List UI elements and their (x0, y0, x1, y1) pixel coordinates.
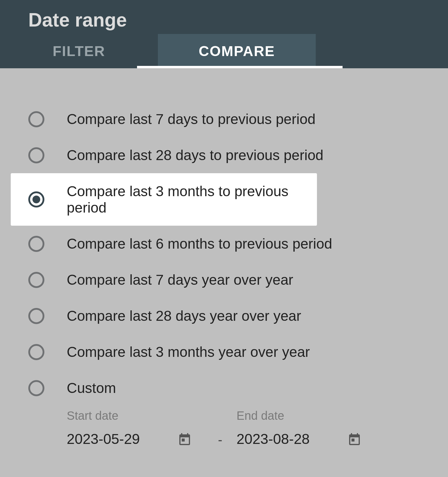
option-label: Compare last 28 days year over year (67, 308, 301, 324)
start-date-value: 2023-05-29 (67, 431, 140, 447)
start-date-field[interactable]: Start date 2023-05-29 (67, 409, 204, 447)
panel-title: Date range (0, 9, 448, 34)
option-label: Compare last 6 months to previous period (67, 236, 332, 252)
radio-icon (28, 308, 44, 324)
option-label: Compare last 28 days to previous period (67, 147, 323, 163)
end-date-value: 2023-08-28 (237, 431, 310, 447)
radio-icon (28, 272, 44, 288)
custom-date-row: Start date 2023-05-29 - End date 2023-08… (0, 406, 448, 447)
start-date-label: Start date (67, 409, 204, 422)
active-tab-underline (137, 66, 343, 68)
option-compare-28-days-yoy[interactable]: Compare last 28 days year over year (0, 298, 448, 334)
calendar-icon[interactable] (178, 432, 192, 446)
end-date-field[interactable]: End date 2023-08-28 (237, 409, 374, 447)
option-label: Compare last 7 days to previous period (67, 111, 315, 127)
radio-icon (28, 344, 44, 360)
radio-icon (28, 236, 44, 252)
radio-dot-icon (32, 196, 40, 203)
option-compare-3-months-previous[interactable]: Compare last 3 months to previous period (11, 173, 317, 226)
option-label: Compare last 7 days year over year (67, 272, 293, 288)
radio-icon (28, 111, 44, 127)
tab-compare-label: COMPARE (199, 43, 275, 59)
option-label: Compare last 3 months to previous period (67, 183, 317, 216)
radio-selected-icon (28, 191, 44, 207)
option-custom[interactable]: Custom (0, 370, 448, 406)
option-label: Compare last 3 months year over year (67, 344, 310, 360)
calendar-icon[interactable] (347, 432, 362, 446)
radio-icon (28, 380, 44, 396)
tab-compare[interactable]: COMPARE (158, 34, 316, 68)
option-compare-3-months-yoy[interactable]: Compare last 3 months year over year (0, 334, 448, 370)
tab-filter[interactable]: FILTER (0, 34, 158, 68)
option-compare-6-months-previous[interactable]: Compare last 6 months to previous period (0, 226, 448, 262)
option-compare-7-days-previous[interactable]: Compare last 7 days to previous period (0, 101, 448, 137)
date-separator: - (204, 409, 237, 447)
tab-bar: FILTER COMPARE (0, 34, 448, 68)
radio-icon (28, 147, 44, 163)
end-date-label: End date (237, 409, 374, 422)
date-range-header: Date range FILTER COMPARE (0, 0, 448, 68)
option-label: Custom (67, 380, 116, 396)
option-compare-28-days-previous[interactable]: Compare last 28 days to previous period (0, 137, 448, 173)
options-body: Compare last 7 days to previous period C… (0, 68, 448, 447)
option-compare-7-days-yoy[interactable]: Compare last 7 days year over year (0, 262, 448, 298)
